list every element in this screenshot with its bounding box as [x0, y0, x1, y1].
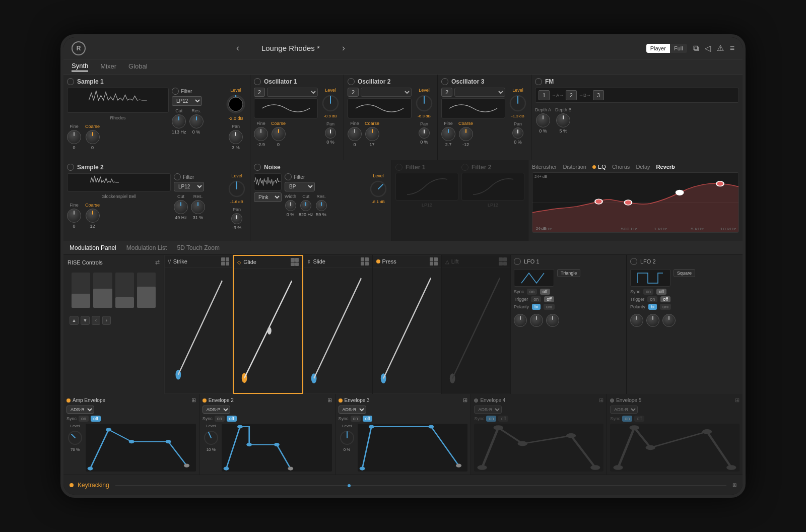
speaker-icon[interactable]: ◁	[705, 43, 711, 53]
sample1-filter-power[interactable]	[172, 88, 179, 95]
osc1-fine-knob[interactable]: Fine -2.9	[254, 121, 268, 147]
env2-expand[interactable]: ⊞	[327, 397, 332, 404]
press-grid-btn[interactable]	[430, 257, 438, 265]
noise-filter-power[interactable]	[285, 173, 292, 180]
keytracking-handle[interactable]	[348, 484, 351, 487]
env2-sync-off[interactable]: off	[227, 416, 237, 422]
fm-box-2[interactable]: 2	[566, 90, 577, 100]
menu-icon[interactable]: ≡	[730, 44, 734, 53]
lfo2-sync-on[interactable]: on	[643, 289, 653, 295]
sample2-power[interactable]	[67, 164, 74, 171]
env4-expand[interactable]: ⊞	[599, 397, 603, 404]
noise-power[interactable]	[254, 164, 261, 171]
noise-cut-knob[interactable]: Cut 820 Hz	[299, 194, 313, 217]
amp-env-expand[interactable]: ⊞	[191, 397, 196, 404]
env4-sync-off[interactable]: off	[498, 416, 508, 422]
sample2-coarse-knob[interactable]: Coarse 12	[85, 203, 100, 229]
player-mode-button[interactable]: Player	[646, 44, 670, 53]
delay-tab[interactable]: Delay	[636, 164, 650, 170]
lfo2-rate-knob[interactable]	[630, 314, 643, 327]
osc2-wave-select[interactable]	[361, 88, 412, 97]
sample1-fine-knob[interactable]: Fine 0	[67, 124, 81, 150]
warning-icon[interactable]: ⚠	[717, 43, 724, 53]
slide-grid-btn[interactable]	[361, 257, 369, 265]
sample1-power[interactable]	[67, 78, 74, 85]
env5-type[interactable]: ADS-R	[610, 406, 638, 414]
amp-env-sync-off[interactable]: off	[91, 416, 101, 422]
distortion-tab[interactable]: Distortion	[563, 164, 586, 170]
env3-expand[interactable]: ⊞	[463, 397, 467, 404]
sample1-res-knob[interactable]: Res. 0 %	[189, 108, 204, 135]
strike-grid-btn[interactable]	[221, 257, 229, 265]
osc2-pan-knob[interactable]: Pan 0 %	[419, 121, 430, 145]
tab-mixer[interactable]: Mixer	[100, 62, 116, 71]
noise-type-select[interactable]: Pink	[254, 192, 282, 202]
filter1-power[interactable]	[395, 164, 402, 171]
fm-box-1[interactable]: 1	[539, 90, 550, 100]
osc3-fine-knob[interactable]: Fine 2.7	[441, 121, 455, 147]
env5-sync-off[interactable]: off	[634, 416, 644, 422]
noise-width-knob[interactable]: Width 0 %	[285, 194, 296, 217]
amp-env-type[interactable]: ADS-R	[66, 406, 94, 414]
sample1-coarse-knob[interactable]: Coarse 0	[85, 124, 100, 150]
glide-grid-btn[interactable]	[291, 258, 299, 266]
osc2-power[interactable]	[348, 78, 355, 85]
fm-box-3[interactable]: 3	[593, 90, 604, 100]
mod-tab-panel[interactable]: Modulation Panel	[70, 244, 116, 251]
osc2-coarse-knob[interactable]: Coarse 17	[365, 121, 379, 147]
osc3-wave-select[interactable]	[454, 88, 505, 97]
noise-filter-type[interactable]: BP	[285, 182, 315, 191]
rise-slider-3[interactable]	[115, 273, 134, 308]
lfo1-power[interactable]	[514, 258, 521, 265]
env3-sync-on[interactable]: on	[351, 416, 361, 422]
sample2-pan-knob[interactable]: Pan -3 %	[231, 207, 242, 230]
rise-slider-4[interactable]	[137, 273, 156, 308]
copy-icon[interactable]: ⧉	[693, 44, 699, 53]
lfo2-depth-knob[interactable]	[646, 314, 659, 327]
env2-type[interactable]: ADS-PR	[203, 406, 230, 414]
lfo1-trigger-off[interactable]: off	[544, 296, 554, 302]
noise-res-knob[interactable]: Res. 59 %	[316, 194, 327, 217]
lift-grid-btn[interactable]	[499, 257, 507, 265]
osc3-coarse-knob[interactable]: Coarse -12	[458, 121, 473, 147]
env3-sync-off[interactable]: off	[363, 416, 373, 422]
tab-global[interactable]: Global	[128, 62, 148, 71]
fm-depth-b-knob[interactable]: Depth B 5 %	[555, 107, 572, 134]
env5-expand[interactable]: ⊞	[735, 397, 740, 404]
sample1-filter-type[interactable]: LP12	[172, 96, 202, 106]
chorus-tab[interactable]: Chorus	[612, 164, 630, 170]
sample2-filter-power[interactable]	[174, 173, 181, 180]
sample2-res-knob[interactable]: Res. 31 %	[191, 194, 205, 220]
osc1-coarse-knob[interactable]: Coarse 0	[271, 121, 286, 147]
rise-down-button[interactable]: ▼	[81, 316, 90, 325]
lfo2-phase-knob[interactable]	[662, 314, 676, 327]
env2-sync-on[interactable]: on	[215, 416, 225, 422]
tab-synth[interactable]: Synth	[72, 62, 88, 72]
lfo1-rate-knob[interactable]	[514, 314, 527, 327]
next-preset-button[interactable]: ›	[342, 43, 345, 53]
fm-depth-a-knob[interactable]: Depth A 0 %	[535, 107, 551, 134]
lfo1-depth-knob[interactable]	[530, 314, 543, 327]
lfo1-phase-knob[interactable]	[546, 314, 559, 327]
lfo2-trigger-off[interactable]: off	[660, 296, 670, 302]
filter2-power[interactable]	[461, 164, 468, 171]
sample1-cut-knob[interactable]: Cut 113 Hz	[172, 108, 186, 135]
lfo2-trigger-on[interactable]: on	[647, 296, 657, 302]
sample1-pan-knob[interactable]: Pan 3 %	[229, 124, 243, 150]
lfo1-sync-on[interactable]: on	[527, 289, 537, 295]
reverb-tab[interactable]: Reverb	[656, 164, 675, 170]
sample2-fine-knob[interactable]: Fine 0	[67, 203, 81, 229]
rise-up-button[interactable]: ▲	[70, 316, 79, 325]
rise-right-button[interactable]: ›	[102, 316, 111, 325]
env3-type[interactable]: ADS-R	[339, 406, 366, 414]
mod-tab-zoom[interactable]: 5D Touch Zoom	[177, 244, 220, 251]
lfo1-polarity-uni[interactable]: uni	[544, 304, 555, 310]
rise-settings-icon[interactable]: ⇄	[155, 259, 160, 265]
osc3-pan-knob[interactable]: Pan 0 %	[512, 121, 523, 145]
lfo2-sync-off[interactable]: off	[656, 289, 666, 295]
env4-type[interactable]: ADS-R	[474, 406, 502, 414]
osc1-pan-knob[interactable]: Pan 0 %	[325, 121, 336, 145]
lfo2-polarity-uni[interactable]: uni	[660, 304, 671, 310]
sample2-cut-knob[interactable]: Cut 49 Hz	[174, 194, 188, 220]
osc1-wave-select[interactable]	[267, 88, 318, 97]
